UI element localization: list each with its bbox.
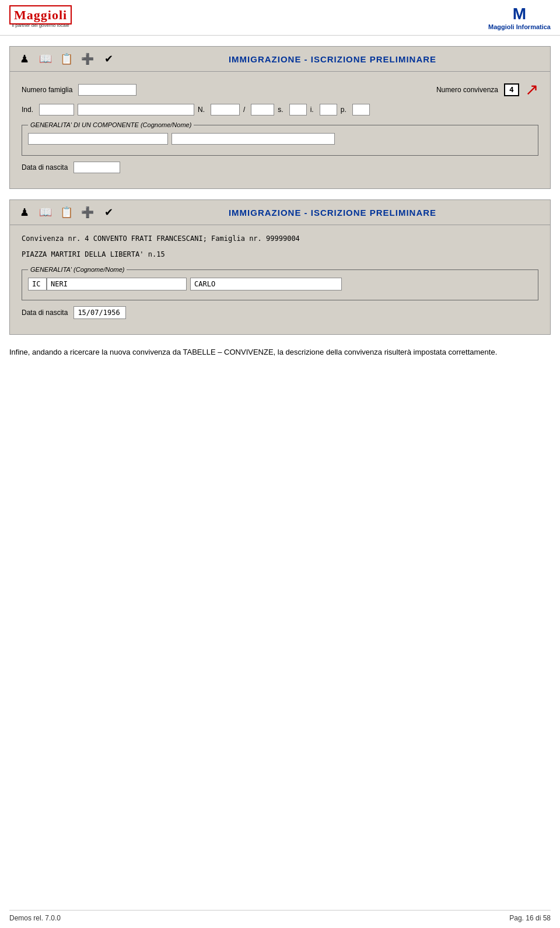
nome-cell: CARLO (190, 278, 342, 290)
generalita-row-1 (28, 133, 532, 145)
numero-convivenza-label: Numero convivenza (436, 86, 498, 94)
document-icon[interactable]: 📋 (58, 50, 75, 68)
nome-input-1[interactable] (172, 133, 335, 145)
info-line2: PIAZZA MARTIRI DELLA LIBERTA' n.15 (22, 249, 538, 260)
generalita-legend-2: GENERALITA' (Cognome/Nome) (28, 266, 127, 273)
figure-icon[interactable]: ♟ (16, 50, 33, 68)
p-input[interactable] (352, 104, 370, 115)
checkmark-icon[interactable]: ✔ (100, 50, 117, 68)
address-row: Ind. N. / s. i. p. (22, 104, 538, 115)
maggioli-informatica-label: Maggioli Informatica (488, 23, 551, 30)
book-icon[interactable]: 📖 (37, 50, 54, 68)
section2-toolbar: ♟ 📖 📋 ➕ ✔ IMMIGRAZIONE - ISCRIZIONE PREL… (10, 200, 550, 225)
identity-row: IC NERI CARLO (28, 278, 532, 290)
via-input[interactable] (78, 104, 194, 115)
data-nascita-row-1: Data di nascita (22, 162, 538, 173)
data-nascita-label-2: Data di nascita (22, 309, 68, 317)
p-label: p. (341, 106, 346, 114)
generalita-fieldset-2: GENERALITA' (Cognome/Nome) IC NERI CARLO (22, 266, 538, 300)
ic-cell: IC (28, 278, 47, 290)
section2-title: IMMIGRAZIONE - ISCRIZIONE PRELIMINARE (121, 208, 544, 218)
n-label: N. (198, 106, 205, 114)
logo-sub-text: il partner del governo locale (9, 23, 72, 28)
page-footer: Demos rel. 7.0.0 Pag. 16 di 58 (9, 910, 551, 922)
logo-maggioli: Maggioli il partner del governo locale (9, 8, 72, 28)
data-nascita-row-2: Data di nascita 15/07/1956 (22, 306, 538, 319)
generalita-legend-1: GENERALITA' DI UN COMPONENTE (Cognome/No… (28, 121, 194, 128)
ind-label: Ind. (22, 106, 33, 114)
arrow-icon: ↗ (525, 80, 538, 99)
figure-icon-2[interactable]: ♟ (16, 204, 33, 221)
book-icon-2[interactable]: 📖 (37, 204, 54, 221)
section2-body: Convivenza nr. 4 CONVENTO FRATI FRANCESC… (10, 225, 550, 334)
maggioli-m-icon: M (513, 5, 526, 23)
data-nascita-label-1: Data di nascita (22, 163, 68, 171)
paragraph-text: Infine, andando a ricercare la nuova con… (9, 346, 551, 359)
i-label: i. (310, 106, 314, 114)
cognome-input-1[interactable] (28, 133, 168, 145)
s-label: s. (278, 106, 283, 114)
section1-toolbar: ♟ 📖 📋 ➕ ✔ IMMIGRAZIONE - ISCRIZIONE PREL… (10, 47, 550, 72)
numero-famiglia-input[interactable] (78, 84, 136, 96)
info-line1: Convivenza nr. 4 CONVENTO FRATI FRANCESC… (22, 233, 538, 244)
data-nascita-value-2: 15/07/1956 (74, 306, 126, 319)
add-icon-2[interactable]: ➕ (79, 204, 96, 221)
s-input[interactable] (289, 104, 307, 115)
document-icon-2[interactable]: 📋 (58, 204, 75, 221)
slash-input[interactable] (251, 104, 274, 115)
section1-title: IMMIGRAZIONE - ISCRIZIONE PRELIMINARE (121, 54, 544, 64)
numero-convivenza-value: 4 (504, 83, 519, 96)
numero-famiglia-label: Numero famiglia (22, 86, 72, 94)
slash-label: / (243, 106, 245, 114)
section1-immigrazione: ♟ 📖 📋 ➕ ✔ IMMIGRAZIONE - ISCRIZIONE PREL… (9, 46, 551, 189)
add-icon[interactable]: ➕ (79, 50, 96, 68)
cognome-cell: NERI (47, 278, 187, 290)
famiglia-convivenza-row: Numero famiglia Numero convivenza 4 ↗ (22, 80, 538, 99)
footer-right: Pag. 16 di 58 (509, 914, 551, 922)
section2-immigrazione: ♟ 📖 📋 ➕ ✔ IMMIGRAZIONE - ISCRIZIONE PREL… (9, 199, 551, 335)
n-input[interactable] (211, 104, 240, 115)
data-nascita-input-1[interactable] (74, 162, 120, 173)
i-input[interactable] (320, 104, 337, 115)
ind-input[interactable] (39, 104, 74, 115)
checkmark-icon-2[interactable]: ✔ (100, 204, 117, 221)
footer-left: Demos rel. 7.0.0 (9, 914, 61, 922)
generalita-fieldset-1: GENERALITA' DI UN COMPONENTE (Cognome/No… (22, 121, 538, 156)
section1-body: Numero famiglia Numero convivenza 4 ↗ In… (10, 72, 550, 188)
page-header: Maggioli il partner del governo locale M… (0, 0, 560, 36)
maggioli-logo-text: Maggioli (9, 5, 72, 24)
logo-right: M Maggioli Informatica (488, 5, 551, 30)
